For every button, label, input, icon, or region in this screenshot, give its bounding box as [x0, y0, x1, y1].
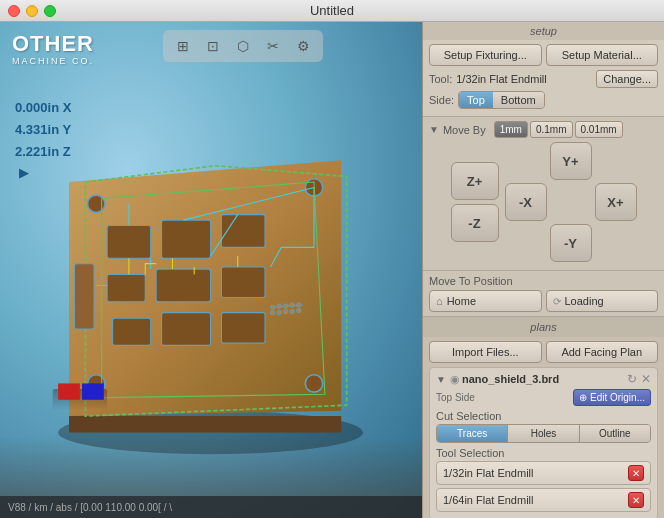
- gradient-floor: [0, 436, 422, 496]
- tool-row: Tool: 1/32in Flat Endmill Change...: [429, 70, 658, 88]
- tool-2-name: 1/64in Flat Endmill: [443, 494, 628, 506]
- home-icon: ⌂: [436, 295, 443, 307]
- jog-z-column: Z+ -Z: [451, 162, 499, 242]
- file-side-label: Top Side: [436, 392, 475, 403]
- svg-point-5: [297, 303, 301, 307]
- cut-selection-label: Cut Selection: [436, 410, 651, 422]
- refresh-icon[interactable]: ↻: [627, 372, 637, 386]
- ic3: [221, 215, 265, 248]
- setup-section: Setup Fixturing... Setup Material... Too…: [423, 40, 664, 117]
- side-top-button[interactable]: Top: [459, 92, 493, 108]
- setup-btn-row: Setup Fixturing... Setup Material...: [429, 44, 658, 66]
- logo: OTHER MACHINE CO.: [12, 32, 94, 66]
- move-header: ▼ Move By 1mm 0.1mm 0.01mm: [429, 121, 658, 138]
- amount-1mm-button[interactable]: 1mm: [494, 121, 528, 138]
- hole-tl: [88, 195, 105, 212]
- move-label: Move By: [443, 124, 486, 136]
- file-name: nano_shield_3.brd: [462, 373, 623, 385]
- file-header: ▼ ◉ nano_shield_3.brd ↻ ✕: [436, 372, 651, 386]
- status-bar: V88 / km / abs / [0.00 110.00 0.00[ / \: [0, 496, 422, 518]
- jog-xy-grid: Y+ -X X+ -Y: [505, 142, 637, 262]
- main-layout: OTHER MACHINE CO. 0.000in X 4.331in Y 2.…: [0, 22, 664, 518]
- tool-1-remove-button[interactable]: ✕: [628, 465, 644, 481]
- ic5: [156, 269, 210, 302]
- cut-traces-button[interactable]: Traces: [437, 425, 507, 442]
- move-section: ▼ Move By 1mm 0.1mm 0.01mm Z+ -Z: [423, 117, 664, 271]
- pcb-visualization: [20, 72, 412, 488]
- close-file-icon[interactable]: ✕: [641, 372, 651, 386]
- move-to-position-label: Move To Position: [429, 275, 658, 287]
- change-button[interactable]: Change...: [596, 70, 658, 88]
- cable-red: [58, 383, 80, 399]
- logo-sub: MACHINE CO.: [12, 56, 94, 66]
- svg-point-4: [290, 303, 294, 307]
- cube-icon[interactable]: ⬡: [231, 34, 255, 58]
- import-files-button[interactable]: Import Files...: [429, 341, 542, 363]
- amount-01mm-button[interactable]: 0.1mm: [530, 121, 573, 138]
- bookmark-icon[interactable]: ⊞: [171, 34, 195, 58]
- jog-zminus-button[interactable]: -Z: [451, 204, 499, 242]
- viewport[interactable]: OTHER MACHINE CO. 0.000in X 4.331in Y 2.…: [0, 22, 422, 518]
- tool-label: Tool:: [429, 73, 452, 85]
- svg-point-3: [284, 304, 288, 308]
- hole-br: [305, 375, 322, 392]
- monitor-icon[interactable]: ⊡: [201, 34, 225, 58]
- jog-xminus-button[interactable]: -X: [505, 183, 547, 221]
- board-bottom-side: [69, 416, 341, 432]
- toolbar-icons: ⊞ ⊡ ⬡ ✂ ⚙: [163, 30, 323, 62]
- tool-value: 1/32in Flat Endmill: [456, 73, 596, 85]
- ic1: [107, 226, 151, 259]
- setup-material-button[interactable]: Setup Material...: [546, 44, 659, 66]
- setup-header: setup: [423, 22, 664, 40]
- svg-point-7: [277, 310, 281, 314]
- file-entry: ▼ ◉ nano_shield_3.brd ↻ ✕ Top Side ⊕ Edi…: [429, 367, 658, 518]
- file-triangle-icon: ▼: [436, 374, 446, 385]
- jog-zplus-button[interactable]: Z+: [451, 162, 499, 200]
- setup-fixturing-button[interactable]: Setup Fixturing...: [429, 44, 542, 66]
- svg-point-10: [297, 308, 301, 312]
- logo-main: OTHER: [12, 32, 94, 56]
- tool-1-name: 1/32in Flat Endmill: [443, 467, 628, 479]
- jog-yplus-button[interactable]: Y+: [550, 142, 592, 180]
- move-to-position-section: Move To Position ⌂ Home ⟳ Loading: [423, 271, 664, 317]
- scissors-icon[interactable]: ✂: [261, 34, 285, 58]
- ic7: [113, 318, 151, 345]
- side-bottom-button[interactable]: Bottom: [493, 92, 544, 108]
- tool-selection-label: Tool Selection: [436, 447, 651, 459]
- edit-origin-button[interactable]: ⊕ Edit Origin...: [573, 389, 651, 406]
- window-controls[interactable]: [8, 5, 56, 17]
- title-bar: Untitled: [0, 0, 664, 22]
- plans-btn-row: Import Files... Add Facing Plan: [429, 341, 658, 363]
- right-panel: setup Setup Fixturing... Setup Material.…: [422, 22, 664, 518]
- svg-point-2: [277, 304, 281, 308]
- side-toggle: Top Bottom: [458, 91, 545, 109]
- eye-icon[interactable]: ◉: [450, 373, 460, 386]
- svg-point-1: [270, 305, 274, 309]
- amount-001mm-button[interactable]: 0.01mm: [575, 121, 623, 138]
- jog-yminus-button[interactable]: -Y: [550, 224, 592, 262]
- ic6: [221, 267, 265, 297]
- amount-buttons: 1mm 0.1mm 0.01mm: [494, 121, 623, 138]
- edit-origin-icon: ⊕: [579, 392, 587, 403]
- loading-button[interactable]: ⟳ Loading: [546, 290, 659, 312]
- jog-xplus-button[interactable]: X+: [595, 183, 637, 221]
- cut-selection-buttons: Traces Holes Outline: [436, 424, 651, 443]
- coord-z: 2.221in Z: [15, 141, 71, 163]
- plans-header: plans: [423, 317, 664, 337]
- pcb-svg: [20, 72, 412, 488]
- tool-item-1: 1/32in Flat Endmill ✕: [436, 461, 651, 485]
- svg-point-6: [270, 310, 274, 314]
- add-facing-plan-button[interactable]: Add Facing Plan: [546, 341, 659, 363]
- close-button[interactable]: [8, 5, 20, 17]
- side-label: Side:: [429, 94, 454, 106]
- tool-2-remove-button[interactable]: ✕: [628, 492, 644, 508]
- minimize-button[interactable]: [26, 5, 38, 17]
- move-to-position-buttons: ⌂ Home ⟳ Loading: [429, 290, 658, 312]
- svg-point-8: [284, 309, 288, 313]
- cut-outline-button[interactable]: Outline: [579, 425, 650, 442]
- maximize-button[interactable]: [44, 5, 56, 17]
- home-button[interactable]: ⌂ Home: [429, 290, 542, 312]
- cut-holes-button[interactable]: Holes: [507, 425, 578, 442]
- gear-icon[interactable]: ⚙: [291, 34, 315, 58]
- move-triangle-icon: ▼: [429, 124, 439, 135]
